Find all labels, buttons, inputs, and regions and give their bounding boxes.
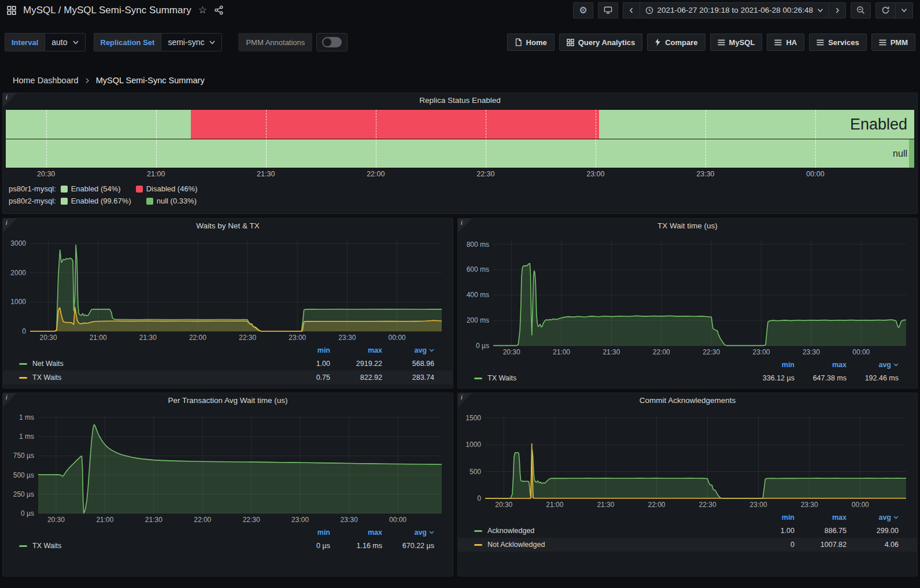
panel-info-icon[interactable]: i bbox=[3, 93, 17, 107]
legend-col-max[interactable]: max bbox=[795, 513, 847, 522]
panel-title[interactable]: Waits by Net & TX bbox=[3, 219, 453, 234]
legend-col-min[interactable]: min bbox=[742, 361, 795, 369]
tx-wait-time-chart[interactable]: 0 µs200 ms400 ms600 ms800 ms20:3021:0021… bbox=[461, 236, 914, 357]
time-range-picker[interactable]: 2021-06-27 20:19:18 to 2021-06-28 00:26:… bbox=[640, 2, 829, 19]
y-tick-label: 600 ms bbox=[467, 265, 489, 273]
x-tick-label: 22:30 bbox=[243, 516, 260, 524]
star-icon[interactable]: ☆ bbox=[198, 4, 207, 16]
x-tick-label: 22:00 bbox=[189, 334, 206, 342]
nav-button-home[interactable]: Home bbox=[507, 34, 555, 51]
legend-col-avg[interactable]: avg bbox=[382, 528, 434, 537]
legend-min-value: 0.75 bbox=[278, 373, 330, 382]
dashboard-title[interactable]: MySQL / MySQL Semi-Sync Summary bbox=[23, 5, 191, 16]
legend-table: min max avg TX Waits 336.12 µs 647.38 ms… bbox=[458, 358, 917, 385]
legend-line-ps80r2: ps80r2-mysql: Enabled (99.67%) null (0.3… bbox=[9, 195, 917, 207]
commit-acknowledgements-chart[interactable]: 05001000150020:3021:0021:3022:0022:3023:… bbox=[461, 411, 914, 510]
time-back-button[interactable] bbox=[623, 2, 640, 19]
panel-info-icon[interactable]: i bbox=[3, 219, 17, 232]
nav-button-services[interactable]: Services bbox=[809, 34, 867, 51]
legend-item[interactable]: Disabled (46%) bbox=[136, 184, 198, 193]
replication-set-selected-option: semi-sync bbox=[168, 38, 204, 47]
legend-col-min[interactable]: min bbox=[742, 513, 795, 522]
nav-button-pmm[interactable]: PMM bbox=[871, 34, 915, 51]
nav-button-compare[interactable]: Compare bbox=[647, 34, 705, 51]
share-icon[interactable] bbox=[214, 5, 224, 15]
legend-col-avg[interactable]: avg bbox=[847, 513, 899, 522]
y-tick-label: 0 µs bbox=[21, 509, 34, 517]
time-forward-button[interactable] bbox=[829, 2, 846, 19]
series-host-label: ps80r2-mysql: bbox=[9, 197, 56, 205]
chevron-down-icon bbox=[893, 516, 899, 519]
legend-col-avg[interactable]: avg bbox=[382, 346, 434, 354]
breadcrumb-home[interactable]: Home Dashboard bbox=[13, 76, 79, 85]
apps-grid-icon[interactable] bbox=[7, 6, 16, 15]
replica-status-timeline[interactable]: Enablednull bbox=[6, 110, 914, 168]
refresh-interval-dropdown[interactable] bbox=[895, 2, 913, 19]
replication-set-variable-value[interactable]: semi-sync bbox=[161, 33, 222, 51]
zoom-out-button[interactable] bbox=[851, 2, 871, 19]
legend-row-acknowledged[interactable]: Acknowledged 1.00 886.75 299.00 bbox=[458, 524, 917, 538]
legend-item[interactable]: Enabled (54%) bbox=[61, 184, 121, 193]
legend-item[interactable]: null (0.33%) bbox=[146, 197, 197, 205]
panel-info-icon[interactable]: i bbox=[3, 393, 17, 407]
chevron-down-icon bbox=[209, 40, 215, 45]
legend-row-tx-waits[interactable]: TX Waits 0.75 822.92 283.74 bbox=[3, 371, 453, 384]
y-tick-label: 200 ms bbox=[467, 316, 489, 324]
interval-variable-value[interactable]: auto bbox=[45, 33, 85, 51]
legend-col-max[interactable]: max bbox=[330, 528, 382, 537]
legend-row-not-acknowledged[interactable]: Not Acklowledged 0 1007.82 4.06 bbox=[458, 538, 917, 552]
x-tick-label: 23:30 bbox=[801, 501, 818, 509]
panel-grid: i Replica Status Enabled Enablednull 20:… bbox=[2, 93, 918, 576]
timeline-row-ps80r2-mysql[interactable]: null bbox=[6, 139, 914, 168]
timeline-row-ps80r1-mysql[interactable]: Enabled bbox=[6, 110, 914, 139]
toggle-knob bbox=[323, 38, 331, 46]
legend-row-tx-waits[interactable]: TX Waits 336.12 µs 647.38 ms 192.46 ms bbox=[458, 371, 917, 385]
legend-row-tx-waits[interactable]: TX Waits 0 µs 1.16 ms 670.22 µs bbox=[3, 539, 453, 553]
y-tick-label: 2000 bbox=[10, 269, 26, 277]
timeline-legend: ps80r1-mysql: Enabled (54%) Disabled (46… bbox=[3, 181, 917, 207]
chart-canvas[interactable]: 010002000300020:3021:0021:3022:0022:3023… bbox=[6, 236, 450, 343]
replication-set-variable-label[interactable]: Replication Set bbox=[94, 33, 161, 51]
pmm-annotations-toggle[interactable] bbox=[316, 33, 348, 51]
per-transaction-chart[interactable]: 0 µs250 µs500 µs750 µs1 ms1 ms20:3021:00… bbox=[6, 411, 450, 525]
panel-title[interactable]: Per Transaction Avg Wait time (us) bbox=[3, 393, 453, 408]
panel-title[interactable]: Commit Acknowledgements bbox=[458, 393, 917, 408]
y-tick-label: 0 bbox=[22, 327, 26, 335]
series-area bbox=[493, 264, 906, 346]
legend-col-min[interactable]: min bbox=[278, 346, 330, 354]
waits-chart[interactable]: 010002000300020:3021:0021:3022:0022:3023… bbox=[6, 236, 450, 343]
panel-info-icon[interactable]: i bbox=[458, 393, 472, 407]
legend-col-max[interactable]: max bbox=[330, 346, 382, 354]
legend-col-max[interactable]: max bbox=[795, 361, 847, 369]
legend-col-min[interactable]: min bbox=[278, 528, 330, 537]
panel-info-icon[interactable]: i bbox=[458, 219, 472, 232]
interval-variable: Interval auto bbox=[5, 33, 86, 51]
refresh-button[interactable] bbox=[875, 2, 896, 19]
chart-canvas[interactable]: 0 µs200 ms400 ms600 ms800 ms20:3021:0021… bbox=[461, 236, 914, 357]
chart-canvas[interactable]: 0 µs250 µs500 µs750 µs1 ms1 ms20:3021:00… bbox=[6, 411, 450, 525]
y-tick-label: 500 µs bbox=[13, 471, 34, 479]
legend-max-value: 647.38 ms bbox=[795, 374, 847, 382]
legend-min-value: 336.12 µs bbox=[742, 374, 795, 382]
legend-item[interactable]: Enabled (99.67%) bbox=[61, 197, 131, 205]
nav-button-ha[interactable]: HA bbox=[767, 34, 804, 51]
tv-mode-button[interactable] bbox=[598, 2, 618, 19]
legend-max-value: 822.92 bbox=[330, 373, 382, 382]
nav-button-mysql[interactable]: MySQL bbox=[710, 34, 763, 51]
x-tick-label: 23:30 bbox=[338, 334, 356, 342]
legend-col-avg[interactable]: avg bbox=[847, 361, 899, 369]
x-tick-label: 23:00 bbox=[291, 516, 309, 524]
header-bar: MySQL / MySQL Semi-Sync Summary ☆ ⚙ bbox=[0, 0, 920, 20]
interval-variable-label[interactable]: Interval bbox=[5, 33, 45, 51]
timeline-gridline bbox=[705, 110, 706, 168]
nav-button-query-analytics[interactable]: Query Analytics bbox=[559, 34, 643, 51]
x-tick-label: 22:30 bbox=[239, 334, 256, 342]
panel-title[interactable]: TX Wait time (us) bbox=[458, 219, 917, 234]
legend-row-net-waits[interactable]: Net Waits 1.00 2919.22 568.96 bbox=[3, 357, 453, 371]
chart-canvas[interactable]: 05001000150020:3021:0021:3022:0022:3023:… bbox=[461, 411, 914, 510]
panel-title[interactable]: Replica Status Enabled bbox=[3, 93, 917, 108]
x-tick-label: 23:30 bbox=[341, 516, 358, 524]
settings-button[interactable]: ⚙ bbox=[573, 2, 593, 19]
x-tick-label: 20:30 bbox=[503, 348, 520, 356]
breadcrumb-current: MySQL Semi-Sync Summary bbox=[96, 76, 205, 85]
